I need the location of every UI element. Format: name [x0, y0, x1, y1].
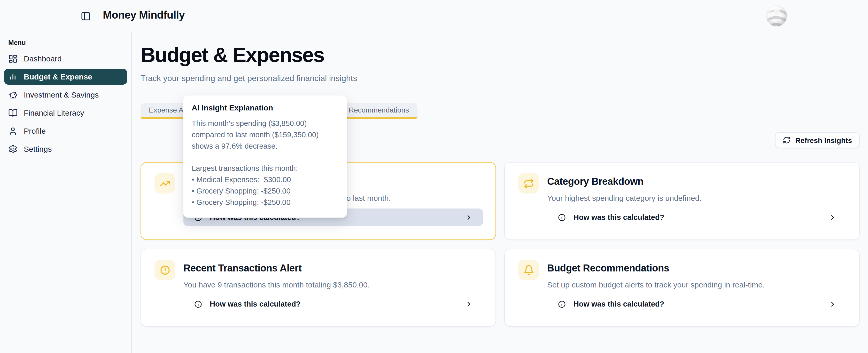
piggy-bank-icon	[8, 90, 18, 99]
sidebar-menu-label: Menu	[8, 39, 131, 46]
chevron-right-icon	[829, 300, 836, 308]
sidebar-item-settings[interactable]: Settings	[4, 141, 127, 157]
sidebar-item-label: Financial Literacy	[24, 108, 84, 117]
how-calculated-button[interactable]: How was this calculated?	[547, 295, 847, 313]
card-title: Category Breakdown	[547, 176, 644, 187]
sidebar-item-financial-literacy[interactable]: Financial Literacy	[4, 105, 127, 121]
tooltip-paragraph: This month's spending ($3,850.00) compar…	[192, 118, 338, 152]
tooltip-line: • Medical Expenses: -$300.00	[192, 174, 338, 186]
sidebar-item-label: Profile	[24, 127, 46, 135]
refresh-insights-button[interactable]: Refresh Insights	[775, 132, 860, 148]
tooltip-title: AI Insight Explanation	[192, 103, 338, 112]
how-calculated-label: How was this calculated?	[574, 300, 664, 308]
card-title: Budget Recommendations	[547, 263, 669, 274]
sidebar-item-label: Dashboard	[24, 54, 62, 63]
tooltip-body: This month's spending ($3,850.00) compar…	[192, 118, 338, 208]
tooltip-line: • Grocery Shopping: -$250.00	[192, 186, 338, 197]
how-calculated-label: How was this calculated?	[210, 300, 301, 308]
tooltip-line: • Grocery Shopping: -$250.00	[192, 197, 338, 208]
alert-circle-icon	[154, 259, 175, 280]
sidebar-nav: Dashboard Budget & Expense Investment & …	[0, 50, 131, 157]
page-subtitle: Track your spending and get personalized…	[141, 74, 357, 83]
app-window: Money Mindfully Menu Dashboard	[0, 0, 868, 353]
tooltip-line: Largest transactions this month:	[192, 163, 338, 175]
sidebar-item-profile[interactable]: Profile	[4, 123, 127, 139]
card-description: Set up custom budget alerts to track you…	[547, 280, 765, 289]
user-icon	[8, 126, 18, 136]
top-header: Money Mindfully	[0, 0, 868, 32]
refresh-icon	[783, 136, 791, 144]
trending-up-icon	[154, 173, 175, 193]
card-recent-transactions-alert: Recent Transactions Alert You have 9 tra…	[141, 249, 496, 327]
sidebar-item-dashboard[interactable]: Dashboard	[4, 50, 127, 67]
repeat-icon	[518, 173, 539, 193]
how-calculated-label: How was this calculated?	[574, 213, 664, 221]
chevron-right-icon	[465, 213, 473, 221]
chevron-right-icon	[465, 300, 473, 308]
info-icon	[557, 213, 566, 222]
card-title: Recent Transactions Alert	[183, 263, 302, 274]
info-icon	[194, 299, 203, 308]
panel-left-icon	[81, 11, 91, 21]
bell-icon	[518, 259, 539, 280]
sidebar-item-label: Investment & Savings	[24, 90, 99, 99]
how-calculated-button[interactable]: How was this calculated?	[547, 209, 847, 226]
sidebar-item-label: Budget & Expense	[24, 72, 92, 81]
gear-icon	[8, 144, 18, 153]
dashboard-icon	[8, 54, 18, 63]
book-open-icon	[8, 108, 18, 117]
refresh-button-label: Refresh Insights	[796, 136, 852, 144]
ai-insight-tooltip: AI Insight Explanation This month's spen…	[183, 95, 347, 218]
user-avatar[interactable]	[766, 6, 787, 26]
how-calculated-button[interactable]: How was this calculated?	[183, 295, 483, 313]
sidebar-toggle-button[interactable]	[81, 11, 91, 21]
card-description: You have 9 transactions this month total…	[183, 280, 370, 289]
sidebar-item-label: Settings	[24, 144, 52, 153]
chevron-right-icon	[829, 213, 836, 221]
sidebar-item-investment-savings[interactable]: Investment & Savings	[4, 87, 127, 103]
app-title: Money Mindfully	[103, 9, 185, 21]
sidebar-item-budget-expense[interactable]: Budget & Expense	[4, 69, 127, 85]
sidebar: Menu Dashboard Budget & Expense	[0, 32, 132, 353]
card-budget-recommendations: Budget Recommendations Set up custom bud…	[504, 249, 860, 327]
page-title: Budget & Expenses	[141, 43, 324, 66]
info-icon	[557, 299, 566, 308]
bar-chart-icon	[8, 72, 18, 81]
card-category-breakdown: Category Breakdown Your highest spending…	[504, 162, 860, 240]
card-description: Your highest spending category is undefi…	[547, 193, 702, 202]
